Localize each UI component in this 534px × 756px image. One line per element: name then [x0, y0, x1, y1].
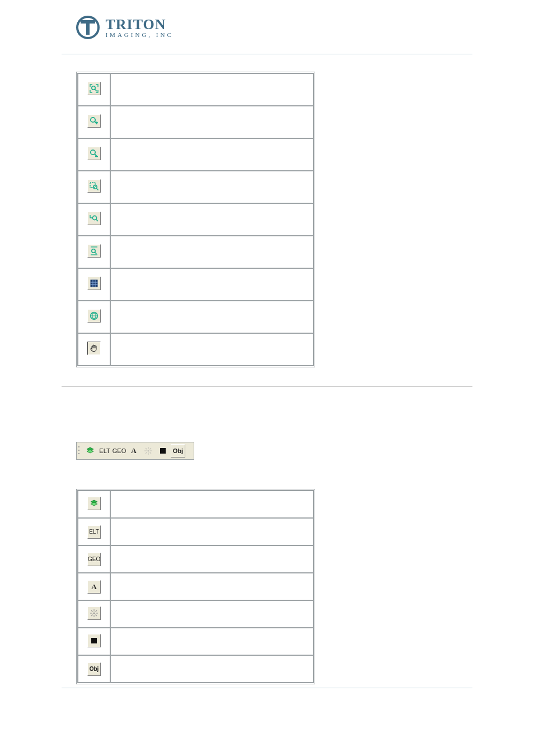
a-label: A — [131, 446, 136, 455]
globe-button[interactable] — [87, 309, 101, 323]
layers-button[interactable] — [83, 445, 97, 457]
a-button[interactable]: A — [127, 445, 140, 457]
svg-point-19 — [92, 249, 95, 253]
rule-bot — [62, 688, 472, 688]
table-row: GEO — [78, 545, 313, 573]
table-row — [78, 600, 313, 628]
zoom-prev-button[interactable] — [87, 212, 101, 225]
svg-line-49 — [91, 614, 93, 616]
svg-line-47 — [91, 610, 93, 612]
geo-button[interactable]: GEO — [87, 553, 101, 566]
svg-point-3 — [92, 86, 95, 90]
svg-line-38 — [150, 452, 152, 454]
zoom-out-button[interactable] — [87, 147, 101, 160]
a-button[interactable]: A — [87, 580, 101, 594]
table-row — [78, 138, 313, 171]
svg-rect-52 — [91, 638, 97, 643]
pan-hand-button[interactable] — [87, 342, 101, 355]
table-row — [78, 301, 313, 333]
elt-label: ELT — [99, 447, 110, 454]
geo-label: GEO — [113, 447, 126, 454]
svg-line-50 — [96, 614, 97, 616]
table-row: A — [78, 573, 313, 600]
svg-line-36 — [150, 448, 152, 450]
svg-line-48 — [96, 610, 97, 612]
stop-button[interactable] — [87, 634, 101, 647]
brand-logo: TRITON IMAGING, INC — [76, 16, 174, 39]
zoom-height-button[interactable] — [87, 244, 101, 258]
layers-button[interactable] — [87, 497, 101, 510]
svg-point-51 — [93, 612, 95, 614]
svg-line-35 — [146, 448, 147, 450]
zoom-in-button[interactable] — [87, 114, 101, 128]
svg-point-5 — [91, 118, 95, 122]
svg-line-37 — [146, 452, 147, 454]
geo-label: GEO — [88, 553, 100, 566]
trackpoint-button[interactable] — [142, 445, 155, 457]
table-row — [78, 491, 313, 518]
layers-toolbar: ELT GEO A — [76, 442, 194, 460]
zoom-box-button[interactable] — [87, 179, 101, 193]
table-row — [78, 73, 313, 106]
svg-point-9 — [91, 150, 95, 155]
zoom-icons-table — [76, 72, 315, 367]
table-row — [78, 171, 313, 203]
svg-line-20 — [95, 252, 96, 254]
obj-label: Obj — [173, 447, 183, 454]
svg-rect-21 — [91, 280, 98, 287]
svg-line-16 — [96, 220, 98, 221]
obj-button[interactable]: Obj — [171, 444, 185, 458]
brand-subline: IMAGING, INC — [105, 32, 173, 38]
table-row — [78, 628, 313, 655]
svg-point-39 — [147, 450, 149, 451]
brand-name: TRITON — [105, 17, 173, 32]
elt-button[interactable]: ELT — [98, 445, 111, 457]
svg-rect-2 — [86, 20, 90, 35]
logo-mark-icon — [76, 16, 100, 39]
svg-line-4 — [95, 90, 97, 92]
table-row — [78, 333, 313, 366]
table-row — [78, 203, 313, 236]
layers-icons-table: ELT GEO A — [76, 489, 315, 684]
table-row — [78, 236, 313, 268]
a-label: A — [88, 581, 100, 593]
rule-mid — [62, 386, 472, 386]
geo-button[interactable]: GEO — [113, 445, 126, 457]
svg-point-15 — [92, 216, 96, 220]
table-row: ELT — [78, 518, 313, 545]
toolbar-grip-icon — [78, 445, 81, 457]
svg-line-14 — [96, 188, 98, 190]
svg-rect-40 — [160, 448, 166, 454]
svg-marker-42 — [91, 502, 97, 506]
elt-label: ELT — [88, 526, 100, 538]
table-row — [78, 106, 313, 138]
trackpoint-button[interactable] — [87, 606, 101, 620]
zoom-extent-button[interactable] — [87, 82, 101, 95]
table-row — [78, 268, 313, 301]
table-row: Obj — [78, 655, 313, 683]
rule-top — [62, 54, 472, 54]
obj-label: Obj — [88, 663, 100, 675]
svg-marker-30 — [87, 450, 93, 453]
elt-button[interactable]: ELT — [87, 525, 101, 539]
grid-button[interactable] — [87, 277, 101, 290]
obj-button[interactable]: Obj — [87, 662, 101, 676]
stop-button[interactable] — [156, 445, 170, 457]
